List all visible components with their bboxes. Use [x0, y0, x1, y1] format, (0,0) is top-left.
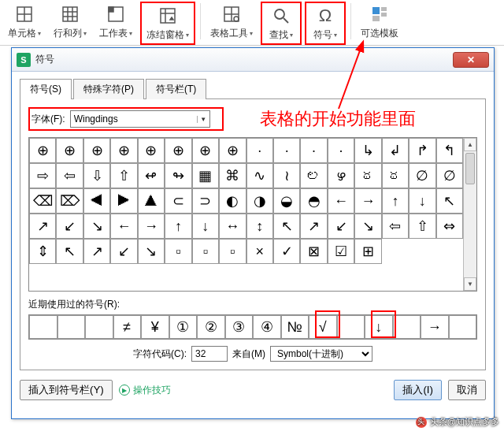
cancel-button[interactable]: 取消: [448, 380, 486, 400]
symbol-cell[interactable]: ◓: [300, 188, 327, 214]
symbol-cell[interactable]: ◑: [246, 188, 273, 214]
symbol-cell[interactable]: ↗: [29, 214, 56, 239]
symbol-cell[interactable]: ↖: [56, 239, 83, 264]
symbol-cell[interactable]: ◒: [273, 188, 300, 214]
recent-cell[interactable]: √: [309, 315, 337, 339]
symbol-cell[interactable]: ⊃: [192, 188, 219, 214]
ribbon-find[interactable]: 查找▾: [261, 2, 302, 45]
font-input[interactable]: [71, 111, 197, 127]
symbol-cell[interactable]: ∅: [409, 163, 435, 188]
symbol-cell[interactable]: ⊕: [56, 138, 83, 163]
symbol-cell[interactable]: ◐: [219, 188, 246, 214]
symbol-cell[interactable]: →: [138, 214, 165, 239]
insert-to-bar-button[interactable]: 插入到符号栏(Y): [20, 380, 113, 400]
scroll-track[interactable]: [464, 151, 476, 277]
symbol-cell[interactable]: ·: [300, 138, 327, 163]
symbol-cell[interactable]: ↲: [382, 138, 409, 163]
symbol-cell[interactable]: ↖: [436, 188, 463, 214]
tips-link[interactable]: ▶ 操作技巧: [119, 384, 171, 397]
symbol-cell[interactable]: ▦: [192, 163, 219, 188]
symbol-cell[interactable]: ⊕: [110, 138, 137, 163]
symbol-cell[interactable]: ⇔: [436, 214, 463, 239]
symbol-cell[interactable]: ఠ: [354, 163, 381, 188]
symbol-cell[interactable]: ల: [300, 163, 327, 188]
symbol-cell[interactable]: ⊕: [83, 138, 110, 163]
symbol-cell[interactable]: ⊕: [165, 138, 191, 163]
recent-cell[interactable]: ¥: [141, 315, 169, 339]
recent-cell[interactable]: ≠: [113, 315, 142, 339]
symbol-cell[interactable]: ⇧: [409, 214, 435, 239]
symbol-cell[interactable]: ∅: [436, 163, 463, 188]
ribbon-tabletools[interactable]: 表格工具▾: [206, 2, 258, 42]
tab-bar[interactable]: 符号栏(T): [146, 79, 206, 99]
symbol-cell[interactable]: ↖: [273, 214, 300, 239]
symbol-cell[interactable]: →: [354, 188, 381, 214]
symbol-cell[interactable]: ·: [246, 138, 273, 163]
symbol-cell[interactable]: ✓: [273, 239, 300, 264]
symbol-cell[interactable]: ↓: [409, 188, 435, 214]
symbol-cell[interactable]: ←: [110, 214, 137, 239]
recent-cell[interactable]: ②: [197, 315, 225, 339]
symbol-cell[interactable]: ⊕: [192, 138, 219, 163]
close-button[interactable]: ✕: [453, 52, 489, 68]
symbol-cell[interactable]: ·: [328, 138, 354, 163]
symbol-cell[interactable]: ↙: [110, 239, 137, 264]
symbol-cell[interactable]: ∿: [246, 163, 273, 188]
insert-button[interactable]: 插入(I): [394, 380, 442, 400]
symbol-cell[interactable]: ▫: [219, 239, 246, 264]
symbol-cell[interactable]: ↬: [165, 163, 191, 188]
scroll-thumb[interactable]: [465, 153, 475, 184]
chevron-down-icon[interactable]: ▼: [197, 116, 209, 123]
symbol-cell[interactable]: ഴ: [328, 163, 354, 188]
recent-cell[interactable]: ④: [253, 315, 281, 339]
symbol-cell[interactable]: ↔: [219, 214, 246, 239]
ribbon-symbol[interactable]: Ω 符号▾: [305, 2, 346, 45]
recent-cell[interactable]: [85, 315, 113, 339]
symbol-cell[interactable]: ↱: [409, 138, 435, 163]
code-input[interactable]: [191, 346, 228, 362]
symbol-cell[interactable]: ⊕: [219, 138, 246, 163]
symbol-cell[interactable]: ⊕: [138, 138, 165, 163]
symbol-cell[interactable]: ⇩: [83, 163, 110, 188]
tab-symbol[interactable]: 符号(S): [20, 79, 72, 99]
symbol-cell[interactable]: ↗: [83, 239, 110, 264]
ribbon-freeze[interactable]: 冻结窗格▾: [140, 2, 195, 45]
recent-cell[interactable]: ③: [225, 315, 254, 339]
symbol-cell[interactable]: ↰: [436, 138, 463, 163]
symbol-cell[interactable]: ⌫: [29, 188, 56, 214]
symbol-cell[interactable]: ↙: [56, 214, 83, 239]
recent-cell[interactable]: №: [281, 315, 309, 339]
symbol-cell[interactable]: ↑: [165, 214, 191, 239]
symbol-cell[interactable]: ≀: [273, 163, 300, 188]
from-select[interactable]: Symbol(十进制): [270, 346, 372, 362]
symbol-cell[interactable]: ▫: [165, 239, 191, 264]
ribbon-cells[interactable]: 单元格▾: [3, 2, 46, 42]
symbol-cell[interactable]: ⇦: [382, 214, 409, 239]
symbol-cell[interactable]: ⯅: [138, 188, 165, 214]
symbol-cell[interactable]: ←: [328, 188, 354, 214]
symbol-cell[interactable]: ↑: [382, 188, 409, 214]
recent-cell[interactable]: [449, 315, 477, 339]
symbol-cell[interactable]: ☑: [328, 239, 354, 264]
symbol-cell[interactable]: ↘: [83, 214, 110, 239]
recent-cell[interactable]: ↓: [365, 315, 393, 339]
tab-special[interactable]: 特殊字符(P): [73, 79, 144, 99]
dialog-titlebar[interactable]: S 符号 ✕: [12, 48, 494, 72]
symbol-cell[interactable]: ⇦: [56, 163, 83, 188]
symbol-cell[interactable]: ·: [273, 138, 300, 163]
symbol-cell[interactable]: ×: [246, 239, 273, 264]
scrollbar[interactable]: ▲ ▼: [463, 138, 476, 291]
symbol-cell[interactable]: ↙: [328, 214, 354, 239]
symbol-cell[interactable]: ⇨: [29, 163, 56, 188]
symbol-cell[interactable]: ↓: [192, 214, 219, 239]
symbol-cell[interactable]: ⇧: [110, 163, 137, 188]
symbol-cell[interactable]: ఠ: [382, 163, 409, 188]
symbol-cell[interactable]: ⊠: [300, 239, 327, 264]
symbol-cell[interactable]: ⇕: [29, 239, 56, 264]
ribbon-rowscols[interactable]: 行和列▾: [49, 2, 91, 42]
symbol-cell[interactable]: ↗: [300, 214, 327, 239]
symbol-cell[interactable]: ↘: [354, 214, 381, 239]
symbol-cell[interactable]: ⊕: [29, 138, 56, 163]
symbol-cell[interactable]: ▫: [192, 239, 219, 264]
recent-cell[interactable]: ①: [169, 315, 198, 339]
